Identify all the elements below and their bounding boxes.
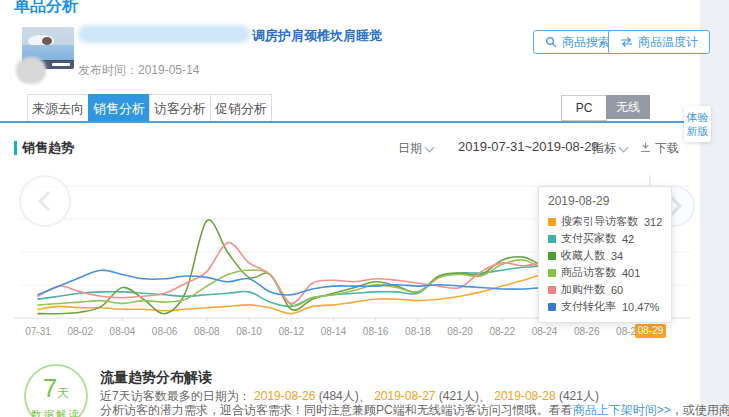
date-dropdown[interactable]: 日期: [398, 140, 433, 157]
redacted-avatar: [16, 57, 46, 84]
date-range-value[interactable]: 2019-07-31~2019-08-29: [458, 139, 599, 154]
x-axis-tick-label: 08-22: [489, 326, 515, 337]
seven-day-badge: 7天 数据解读: [24, 364, 88, 417]
experience-new-version-tab[interactable]: 体验新版: [684, 106, 711, 142]
tooltip-metric-value: 42: [622, 233, 634, 245]
publish-time: 发布时间：2019-05-14: [78, 62, 199, 79]
tab-visitor-analysis[interactable]: 访客分析: [149, 94, 211, 123]
section-title: 销售趋势: [22, 139, 74, 157]
x-axis-tick-label: 08-06: [152, 326, 178, 337]
tab-underline: [0, 121, 702, 123]
tooltip-metric-value: 60: [611, 284, 623, 296]
product-thermometer-button[interactable]: 商品温度计: [608, 30, 710, 54]
top-date: 2019-08-26: [254, 389, 315, 403]
chevron-down-icon: [619, 142, 629, 152]
legend-swatch: [548, 218, 556, 226]
x-axis-highlight-tag[interactable]: 08-29: [635, 324, 666, 338]
chart-prev-button[interactable]: [19, 175, 71, 227]
single-product-analysis-page: 单品分析 调房护肩颈椎坎肩睡觉 发布时间：2019-05-14 商品搜索 商品温…: [0, 0, 729, 417]
search-icon: [545, 36, 557, 48]
x-axis-tick-label: 08-02: [67, 326, 93, 337]
legend-swatch: [548, 286, 556, 294]
chevron-down-icon: [425, 142, 435, 152]
product-title-link[interactable]: 调房护肩颈椎坎肩睡觉: [252, 27, 382, 45]
x-axis-tick-label: 08-26: [574, 326, 600, 337]
tooltip-metric-label: 支付转化率: [561, 299, 616, 314]
tooltip-row: 加购件数60: [548, 281, 662, 298]
x-axis-tick-label: 08-20: [447, 326, 473, 337]
legend-swatch: [548, 252, 556, 260]
x-axis-tick-label: 08-14: [321, 326, 347, 337]
x-axis-tick-label: 08-24: [532, 326, 558, 337]
top-date: 2019-08-27: [374, 389, 435, 403]
tooltip-row: 支付买家数42: [548, 230, 662, 247]
redacted-product-title: [78, 25, 250, 43]
x-axis-tick-label: 08-08: [194, 326, 220, 337]
x-axis-tick-label: 08-16: [363, 326, 389, 337]
x-axis-labels: 07-3108-0208-0408-0608-0808-1008-1208-14…: [0, 326, 700, 340]
tooltip-row: 收藏人数34: [548, 247, 662, 264]
tooltip-row: 支付转化率10.47%: [548, 298, 662, 315]
tab-sales-analysis[interactable]: 销售分析: [88, 94, 150, 123]
download-button[interactable]: 下载: [640, 140, 679, 157]
top-date: 2019-08-28: [494, 389, 555, 403]
tooltip-row: 搜索引导访客数312: [548, 213, 662, 230]
x-axis-tick-label: 07-31: [25, 326, 51, 337]
tab-promotion-analysis[interactable]: 促销分析: [210, 94, 272, 123]
tooltip-metric-label: 收藏人数: [561, 248, 605, 263]
tab-source-destination[interactable]: 来源去向: [27, 94, 89, 123]
metric-dropdown[interactable]: 指标: [592, 140, 627, 157]
legend-swatch: [548, 269, 556, 277]
tooltip-metric-value: 401: [622, 267, 640, 279]
x-axis-tick-label: 08-12: [278, 326, 304, 337]
chevron-left-icon: [38, 191, 58, 211]
insight-title: 流量趋势分布解读: [100, 369, 212, 387]
insight-line2: 分析访客的潜力需求，迎合访客需求！同时注意兼顾PC端和无线端访客访问习惯哦。看看…: [100, 402, 729, 417]
tooltip-metric-label: 加购件数: [561, 282, 605, 297]
device-toggle-pc[interactable]: PC: [561, 95, 607, 121]
page-side-band: [700, 0, 729, 417]
legend-swatch: [548, 303, 556, 311]
tooltip-metric-label: 搜索引导访客数: [561, 214, 638, 229]
tooltip-rows: 搜索引导访客数312支付买家数42收藏人数34商品访客数401加购件数60支付转…: [548, 213, 662, 315]
x-axis-tick-label: 08-18: [405, 326, 431, 337]
badge-caption: 数据解读: [26, 408, 86, 417]
exchange-icon: [620, 36, 633, 48]
tooltip-metric-label: 商品访客数: [561, 265, 616, 280]
legend-swatch: [548, 235, 556, 243]
section-accent-bar: [14, 141, 17, 155]
x-axis-tick-label: 08-04: [110, 326, 136, 337]
chart-tooltip: 2019-08-29 搜索引导访客数312支付买家数42收藏人数34商品访客数4…: [538, 186, 672, 323]
device-toggle-wireless[interactable]: 无线: [606, 95, 650, 119]
analysis-tabs: 来源去向 销售分析 访客分析 促销分析: [28, 94, 272, 123]
tooltip-metric-value: 10.47%: [622, 301, 659, 313]
download-icon: [640, 142, 651, 156]
tooltip-metric-value: 312: [644, 216, 662, 228]
tooltip-metric-label: 支付买家数: [561, 231, 616, 246]
x-axis-tick-label: 08-10: [236, 326, 262, 337]
shelf-time-link[interactable]: 商品上下架时间>>: [573, 403, 671, 417]
tooltip-metric-value: 34: [611, 250, 623, 262]
page-title: 单品分析: [14, 0, 78, 17]
tooltip-row: 商品访客数401: [548, 264, 662, 281]
tooltip-date: 2019-08-29: [548, 194, 662, 208]
